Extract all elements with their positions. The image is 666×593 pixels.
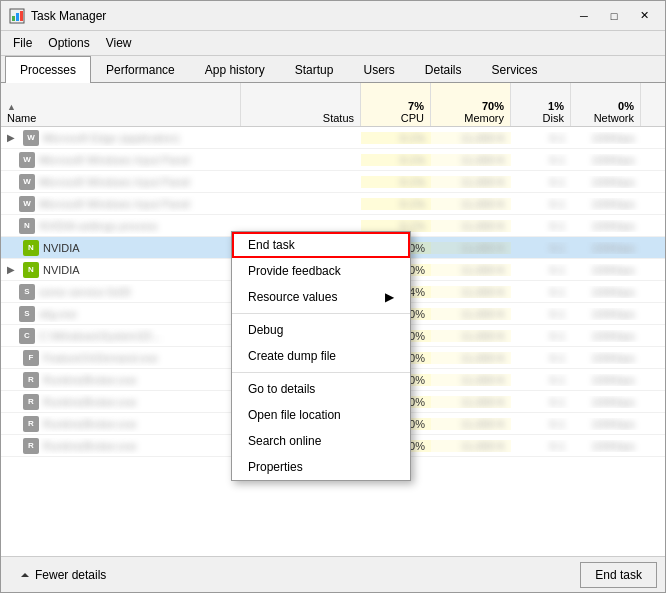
disk-cell: 0.1 bbox=[511, 132, 571, 144]
network-cell: 100Kbps bbox=[571, 330, 641, 342]
process-icon: W bbox=[23, 130, 39, 146]
maximize-button[interactable]: □ bbox=[601, 6, 627, 26]
memory-cell: 11,000 K bbox=[431, 374, 511, 386]
memory-cell: 11,000 K bbox=[431, 330, 511, 342]
tab-details[interactable]: Details bbox=[410, 56, 477, 83]
tab-performance[interactable]: Performance bbox=[91, 56, 190, 83]
disk-cell: 0.1 bbox=[511, 176, 571, 188]
network-cell: 100Kbps bbox=[571, 286, 641, 298]
process-name-cell: N NVIDIA bbox=[1, 240, 241, 256]
process-name: Microsoft Windows Input Panel bbox=[39, 176, 190, 188]
table-row[interactable]: W Microsoft Windows Input Panel 0.1% 11,… bbox=[1, 193, 665, 215]
network-cell: 100Kbps bbox=[571, 418, 641, 430]
process-name-cell: S some service 0x00 bbox=[1, 284, 241, 300]
network-cell: 100Kbps bbox=[571, 352, 641, 364]
app-icon bbox=[9, 8, 25, 24]
disk-cell: 0.1 bbox=[511, 374, 571, 386]
process-name-cell: W Microsoft Windows Input Panel bbox=[1, 152, 241, 168]
process-name-cell: ▶ W Microsoft Edge (application) bbox=[1, 130, 241, 146]
table-row[interactable]: W Microsoft Windows Input Panel 0.1% 11,… bbox=[1, 149, 665, 171]
memory-cell: 11,000 K bbox=[431, 396, 511, 408]
process-name: FeatureOnDemand.exe bbox=[43, 352, 158, 364]
disk-cell: 0.1 bbox=[511, 154, 571, 166]
context-menu-open-file-location[interactable]: Open file location bbox=[232, 402, 410, 428]
context-menu-create-dump[interactable]: Create dump file bbox=[232, 343, 410, 369]
col-memory[interactable]: 70% Memory bbox=[431, 83, 511, 126]
memory-cell: 11,000 K bbox=[431, 308, 511, 320]
context-menu-properties[interactable]: Properties bbox=[232, 454, 410, 480]
process-icon: W bbox=[19, 174, 35, 190]
expand-icon[interactable]: ▶ bbox=[7, 132, 19, 143]
menu-bar: File Options View bbox=[1, 31, 665, 56]
tab-app-history[interactable]: App history bbox=[190, 56, 280, 83]
process-icon: R bbox=[23, 394, 39, 410]
disk-cell: 0.1 bbox=[511, 308, 571, 320]
chevron-up-icon bbox=[19, 569, 31, 581]
memory-cell: 11,000 K bbox=[431, 352, 511, 364]
disk-cell: 0.1 bbox=[511, 286, 571, 298]
minimize-button[interactable]: ─ bbox=[571, 6, 597, 26]
col-cpu[interactable]: 7% CPU bbox=[361, 83, 431, 126]
col-network[interactable]: 0% Network bbox=[571, 83, 641, 126]
context-menu-resource-values[interactable]: Resource values ▶ bbox=[232, 284, 410, 310]
menu-options[interactable]: Options bbox=[40, 33, 97, 53]
table-row[interactable]: ▶ W Microsoft Edge (application) 0.1% 11… bbox=[1, 127, 665, 149]
network-cell: 100Kbps bbox=[571, 176, 641, 188]
col-name[interactable]: ▲ Name bbox=[1, 83, 241, 126]
memory-cell: 11,000 K bbox=[431, 132, 511, 144]
process-name-cell: R RuntimeBroker.exe bbox=[1, 372, 241, 388]
memory-cell: 11,000 K bbox=[431, 220, 511, 232]
network-cell: 100Kbps bbox=[571, 374, 641, 386]
process-name: stig.exe bbox=[39, 308, 77, 320]
context-menu-provide-feedback[interactable]: Provide feedback bbox=[232, 258, 410, 284]
tab-services[interactable]: Services bbox=[477, 56, 553, 83]
process-name-cell: S stig.exe bbox=[1, 306, 241, 322]
process-name: NVIDIA bbox=[43, 242, 80, 254]
memory-cell: 11,000 K bbox=[431, 154, 511, 166]
disk-cell: 0.1 bbox=[511, 198, 571, 210]
network-cell: 100Kbps bbox=[571, 440, 641, 452]
memory-cell: 11,000 K bbox=[431, 286, 511, 298]
process-name: Microsoft Edge (application) bbox=[43, 132, 179, 144]
memory-cell: 11,000 K bbox=[431, 198, 511, 210]
fewer-details-button[interactable]: Fewer details bbox=[9, 564, 116, 586]
cpu-cell: 0.1% bbox=[361, 220, 431, 232]
bottom-bar: Fewer details End task bbox=[1, 556, 665, 592]
process-icon: N bbox=[23, 262, 39, 278]
network-cell: 100Kbps bbox=[571, 242, 641, 254]
context-menu-go-to-details[interactable]: Go to details bbox=[232, 376, 410, 402]
expand-icon[interactable]: ▶ bbox=[7, 264, 19, 275]
process-name: C:\Windows\System32\... bbox=[39, 330, 162, 342]
menu-file[interactable]: File bbox=[5, 33, 40, 53]
process-name-cell: C C:\Windows\System32\... bbox=[1, 328, 241, 344]
window-title: Task Manager bbox=[31, 9, 571, 23]
cpu-cell: 0.1% bbox=[361, 132, 431, 144]
process-name: RuntimeBroker.exe bbox=[43, 418, 137, 430]
network-cell: 100Kbps bbox=[571, 154, 641, 166]
network-cell: 100Kbps bbox=[571, 220, 641, 232]
menu-view[interactable]: View bbox=[98, 33, 140, 53]
context-menu-debug[interactable]: Debug bbox=[232, 317, 410, 343]
cpu-cell: 0.1% bbox=[361, 176, 431, 188]
process-icon: R bbox=[23, 438, 39, 454]
col-status[interactable]: Status bbox=[241, 83, 361, 126]
process-name: RuntimeBroker.exe bbox=[43, 396, 137, 408]
disk-cell: 0.1 bbox=[511, 418, 571, 430]
col-disk[interactable]: 1% Disk bbox=[511, 83, 571, 126]
process-name: NVIDIA settings process bbox=[39, 220, 158, 232]
tab-users[interactable]: Users bbox=[348, 56, 409, 83]
end-task-button[interactable]: End task bbox=[580, 562, 657, 588]
context-menu-search-online[interactable]: Search online bbox=[232, 428, 410, 454]
network-cell: 100Kbps bbox=[571, 396, 641, 408]
process-icon: C bbox=[19, 328, 35, 344]
close-button[interactable]: ✕ bbox=[631, 6, 657, 26]
table-row[interactable]: W Microsoft Windows Input Panel 0.1% 11,… bbox=[1, 171, 665, 193]
tab-processes[interactable]: Processes bbox=[5, 56, 91, 83]
memory-cell: 11,000 K bbox=[431, 264, 511, 276]
process-name-cell: R RuntimeBroker.exe bbox=[1, 416, 241, 432]
context-menu-end-task[interactable]: End task bbox=[232, 232, 410, 258]
tab-startup[interactable]: Startup bbox=[280, 56, 349, 83]
disk-cell: 0.1 bbox=[511, 264, 571, 276]
title-bar: Task Manager ─ □ ✕ bbox=[1, 1, 665, 31]
cpu-cell: 0.1% bbox=[361, 154, 431, 166]
